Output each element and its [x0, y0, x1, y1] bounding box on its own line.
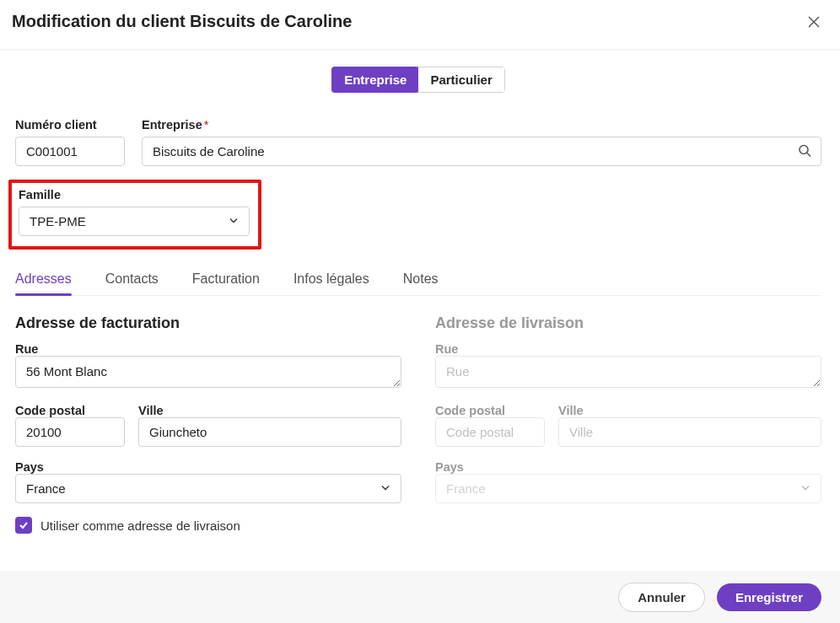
famille-label: Famille: [19, 188, 250, 201]
dialog-body[interactable]: Entreprise Particulier Numéro client Ent…: [0, 50, 840, 572]
required-star: *: [204, 118, 209, 132]
shipping-rue-input: [435, 356, 821, 388]
tab-notes[interactable]: Notes: [403, 268, 439, 295]
shipping-postal-input: [435, 417, 545, 447]
shipping-ville-label: Ville: [558, 404, 584, 417]
cancel-button[interactable]: Annuler: [618, 583, 705, 612]
tabs: Adresses Contacts Facturation Infos léga…: [15, 268, 821, 296]
tab-contacts[interactable]: Contacts: [105, 268, 159, 295]
toggle-entreprise[interactable]: Entreprise: [331, 67, 419, 93]
toggle-particulier[interactable]: Particulier: [418, 67, 503, 92]
tab-infos-legales[interactable]: Infos légales: [293, 268, 369, 295]
save-button[interactable]: Enregistrer: [717, 583, 821, 611]
shipping-title: Adresse de livraison: [435, 314, 821, 332]
shipping-postal-label: Code postal: [435, 404, 505, 417]
numero-client-label: Numéro client: [15, 118, 125, 132]
tab-adresses[interactable]: Adresses: [15, 268, 72, 295]
billing-ville-input[interactable]: [138, 417, 401, 447]
entreprise-input[interactable]: [142, 137, 821, 166]
use-as-shipping-label: Utiliser comme adresse de livraison: [40, 518, 240, 533]
billing-postal-input[interactable]: [15, 417, 125, 447]
billing-pays-select[interactable]: France: [15, 474, 401, 503]
famille-highlight: Famille TPE-PME: [8, 180, 261, 250]
billing-postal-label: Code postal: [15, 404, 85, 417]
billing-ville-label: Ville: [138, 404, 164, 417]
shipping-pays-label: Pays: [435, 460, 464, 474]
entreprise-label: Entreprise*: [142, 118, 821, 132]
use-as-shipping-checkbox[interactable]: [15, 517, 32, 534]
billing-rue-label: Rue: [15, 342, 38, 356]
shipping-ville-input: [558, 417, 821, 447]
shipping-rue-label: Rue: [435, 342, 458, 356]
famille-select[interactable]: TPE-PME: [19, 207, 250, 236]
tab-facturation[interactable]: Facturation: [192, 268, 260, 295]
close-icon: [808, 14, 820, 31]
close-button[interactable]: [805, 12, 823, 34]
dialog-title: Modification du client Biscuits de Carol…: [12, 12, 352, 31]
dialog-footer: Annuler Enregistrer: [0, 571, 840, 623]
shipping-pays-select: France: [435, 474, 821, 503]
billing-title: Adresse de facturation: [15, 314, 401, 332]
client-type-toggle: Entreprise Particulier: [331, 67, 505, 93]
billing-pays-label: Pays: [15, 460, 44, 474]
numero-client-input[interactable]: [15, 137, 125, 166]
billing-rue-input[interactable]: 56 Mont Blanc: [15, 356, 401, 388]
